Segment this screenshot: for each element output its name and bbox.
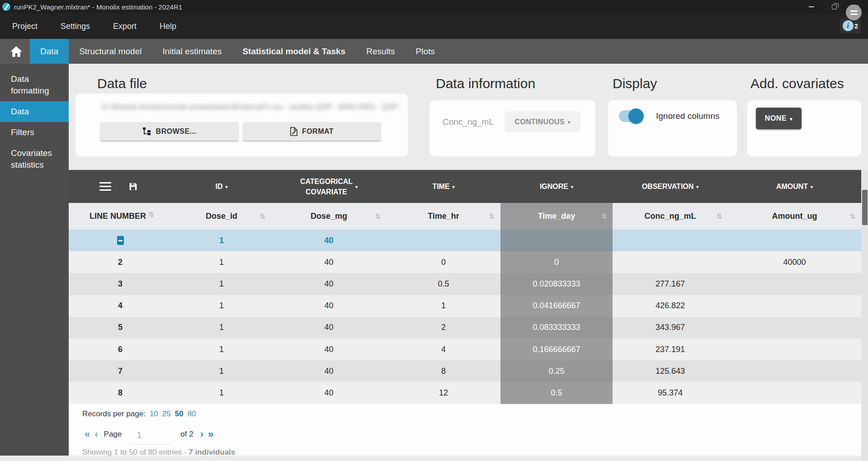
table-cell: 8	[387, 360, 500, 382]
chevron-down-icon: ▾	[453, 182, 455, 192]
minimize-button[interactable]	[800, 0, 823, 14]
tab-initial-estimates[interactable]: Initial estimates	[152, 39, 232, 64]
table-row[interactable]: 140	[69, 230, 861, 251]
next-page-icon[interactable]: ›	[198, 430, 206, 439]
chevron-down-icon: ▾	[225, 182, 227, 192]
ignored-columns-label: Ignored columns	[656, 111, 719, 121]
tab-plots[interactable]: Plots	[406, 39, 445, 64]
sort-icon[interactable]: ⇅	[148, 211, 154, 219]
sidebar-item-data[interactable]: Data	[0, 101, 69, 122]
collapse-row-icon[interactable]	[117, 236, 124, 245]
records-option-10[interactable]: 10	[150, 409, 158, 419]
first-page-icon[interactable]: «	[82, 430, 92, 439]
last-page-icon[interactable]: »	[206, 430, 216, 439]
browse-tree-icon	[142, 127, 151, 136]
column-header-time-hr[interactable]: Time_hr⇅	[387, 203, 500, 230]
data-file-card: G:\Shared drives\monolix presentation\Ex…	[75, 94, 408, 156]
sort-icon[interactable]: ⇅	[375, 212, 381, 221]
table-cell	[728, 230, 861, 251]
individuals-count: 7 individuals	[189, 448, 235, 456]
column-type-label: ID	[215, 181, 222, 192]
format-document-icon	[290, 127, 297, 136]
prev-page-icon[interactable]: ‹	[92, 430, 100, 439]
table-cell	[728, 360, 861, 382]
table-cell: 40000	[728, 251, 861, 273]
table-cell: 40	[271, 360, 387, 382]
records-per-page-label: Records per page:	[82, 409, 146, 419]
column-type-label: IGNORE	[540, 181, 568, 192]
sidebar-item-covariates-statistics[interactable]: Covariates statistics	[0, 143, 69, 175]
notes-icon[interactable]	[846, 5, 862, 20]
table-row[interactable]: 514020.083333333343.967	[69, 317, 861, 339]
sidebar-item-data-formatting[interactable]: Data formatting	[0, 69, 69, 101]
sort-icon[interactable]: ⇅	[259, 212, 265, 221]
window-title: runPK2_Wagner.mlxtran* - Monolix estimat…	[14, 3, 182, 11]
column-header-line-number[interactable]: LINE NUMBER⇅	[69, 203, 172, 230]
tab-results[interactable]: Results	[356, 39, 405, 64]
table-row[interactable]: 414010.041666667426.822	[69, 295, 861, 317]
format-button[interactable]: FORMAT	[243, 122, 381, 141]
table-cell: 1	[172, 317, 271, 339]
column-header-label: Amount_ug	[772, 212, 817, 221]
scrollbar-thumb[interactable]	[862, 190, 868, 225]
column-type-dropdown-ignore[interactable]: IGNORE▾	[500, 170, 613, 203]
tab-data[interactable]: Data	[30, 39, 69, 64]
records-option-25[interactable]: 25	[162, 409, 171, 419]
menu-icon[interactable]	[99, 182, 111, 191]
table-cell: 3	[69, 273, 172, 295]
maximize-button[interactable]	[823, 0, 845, 14]
column-type-dropdown-amount[interactable]: AMOUNT▾	[728, 170, 861, 203]
table-row[interactable]: 614040.166666667237.191	[69, 339, 861, 360]
vertical-scrollbar[interactable]	[861, 170, 868, 461]
tab-structural-model[interactable]: Structural model	[69, 39, 152, 64]
table-cell	[387, 230, 500, 251]
records-option-50[interactable]: 50	[175, 409, 184, 419]
column-header-dose-id[interactable]: Dose_id⇅	[172, 203, 271, 230]
column-type-label: CATEGORICAL COVARIATE	[300, 176, 353, 197]
sort-icon[interactable]: ⇅	[849, 212, 855, 221]
column-type-dropdown-categorical-covariate[interactable]: CATEGORICAL COVARIATE▾	[271, 170, 387, 203]
table-row[interactable]: 8140120.595.374	[69, 382, 861, 404]
records-options: 10255080	[150, 409, 196, 419]
column-header-dose-mg[interactable]: Dose_mg⇅	[271, 203, 387, 230]
chevron-down-icon: ▾	[355, 182, 358, 192]
table-row[interactable]: 21400040000	[69, 251, 861, 273]
save-icon[interactable]	[128, 182, 138, 191]
sort-icon[interactable]: ⇅	[716, 212, 722, 221]
notification-badge[interactable]: i 2	[840, 18, 861, 33]
column-type-label: TIME	[432, 181, 449, 192]
table-row[interactable]: 714080.25125.643	[69, 360, 861, 382]
table-cell: 1	[172, 382, 271, 404]
sidebar-item-filters[interactable]: Filters	[0, 122, 69, 143]
add-covariates-dropdown[interactable]: NONE ▾	[756, 108, 802, 129]
column-header-amount-ug[interactable]: Amount_ug⇅	[728, 203, 861, 230]
table-cell: 4	[69, 295, 172, 317]
column-header-conc-ng-ml[interactable]: Conc_ng_mL⇅	[613, 203, 728, 230]
tab-statistical-model-tasks[interactable]: Statistical model & Tasks	[232, 39, 356, 64]
column-type-dropdown-time[interactable]: TIME▾	[387, 170, 500, 203]
menu-settings[interactable]: Settings	[61, 22, 90, 31]
table-cell: 4	[387, 339, 500, 360]
menu-help[interactable]: Help	[160, 22, 176, 31]
ignored-columns-toggle[interactable]	[619, 110, 642, 122]
observation-type-dropdown[interactable]: CONTINUOUS ▾	[505, 111, 580, 132]
column-header-time-day[interactable]: Time_day⇅	[500, 203, 613, 230]
column-type-dropdown-observation[interactable]: OBSERVATION▾	[613, 170, 728, 203]
records-option-80[interactable]: 80	[188, 409, 196, 419]
table-cell: 40	[271, 295, 387, 317]
home-icon	[10, 46, 23, 57]
entries-summary: Showing 1 to 50 of 80 entries - 7 indivi…	[82, 448, 861, 457]
column-type-dropdown-id[interactable]: ID▾	[172, 170, 271, 203]
menu-project[interactable]: Project	[12, 22, 38, 31]
data-table: ID▾CATEGORICAL COVARIATE▾TIME▾IGNORE▾OBS…	[69, 170, 861, 404]
table-row[interactable]: 31400.50.020833333277.167	[69, 273, 861, 295]
chevron-down-icon: ▾	[790, 116, 793, 122]
sort-icon[interactable]: ⇅	[489, 212, 495, 221]
menu-export[interactable]: Export	[113, 22, 137, 31]
table-cell: 0.041666667	[500, 295, 613, 317]
pager: « ‹ Page of 2 › »	[82, 424, 861, 444]
page-number-input[interactable]	[130, 427, 171, 445]
home-button[interactable]	[7, 39, 25, 64]
browse-button[interactable]: BROWSE...	[100, 122, 238, 141]
sort-icon[interactable]: ⇅	[601, 212, 607, 221]
